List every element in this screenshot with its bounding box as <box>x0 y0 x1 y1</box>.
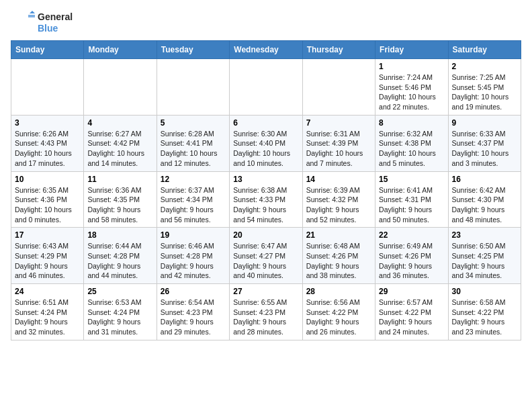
header-cell-tuesday: Tuesday <box>157 41 229 59</box>
week-row-4: 17Sunrise: 6:43 AM Sunset: 4:29 PM Dayli… <box>11 228 521 284</box>
day-cell <box>11 59 84 116</box>
day-number: 30 <box>452 287 517 296</box>
day-cell: 6Sunrise: 6:30 AM Sunset: 4:40 PM Daylig… <box>230 115 302 171</box>
day-number: 19 <box>161 230 226 240</box>
day-number: 1 <box>379 62 444 71</box>
day-number: 25 <box>87 287 152 296</box>
day-cell: 5Sunrise: 6:28 AM Sunset: 4:41 PM Daylig… <box>157 115 229 171</box>
week-row-1: 1Sunrise: 7:24 AM Sunset: 5:46 PM Daylig… <box>11 59 521 116</box>
header-row: SundayMondayTuesdayWednesdayThursdayFrid… <box>11 41 521 59</box>
day-info: Sunrise: 6:58 AM Sunset: 4:22 PM Dayligh… <box>452 298 517 337</box>
logo: General Blue <box>11 11 73 35</box>
day-cell: 26Sunrise: 6:54 AM Sunset: 4:23 PM Dayli… <box>157 284 229 340</box>
day-cell: 4Sunrise: 6:27 AM Sunset: 4:42 PM Daylig… <box>84 115 157 171</box>
week-row-2: 3Sunrise: 6:26 AM Sunset: 4:43 PM Daylig… <box>11 115 521 171</box>
day-number: 8 <box>379 118 444 128</box>
day-cell: 7Sunrise: 6:31 AM Sunset: 4:39 PM Daylig… <box>302 115 375 171</box>
day-info: Sunrise: 6:31 AM Sunset: 4:39 PM Dayligh… <box>306 129 371 169</box>
week-row-5: 24Sunrise: 6:51 AM Sunset: 4:24 PM Dayli… <box>11 284 521 340</box>
day-cell: 9Sunrise: 6:33 AM Sunset: 4:37 PM Daylig… <box>448 115 521 171</box>
day-cell: 28Sunrise: 6:56 AM Sunset: 4:22 PM Dayli… <box>302 284 375 340</box>
day-number: 4 <box>87 118 152 128</box>
week-row-3: 10Sunrise: 6:35 AM Sunset: 4:36 PM Dayli… <box>11 171 521 228</box>
day-info: Sunrise: 6:27 AM Sunset: 4:42 PM Dayligh… <box>87 129 152 169</box>
day-cell: 16Sunrise: 6:42 AM Sunset: 4:30 PM Dayli… <box>448 171 521 228</box>
day-number: 22 <box>379 230 444 240</box>
header-cell-thursday: Thursday <box>302 41 375 59</box>
day-info: Sunrise: 6:55 AM Sunset: 4:23 PM Dayligh… <box>233 298 298 337</box>
day-number: 16 <box>452 175 517 184</box>
logo-line1: General <box>38 11 73 23</box>
header-cell-saturday: Saturday <box>448 41 521 59</box>
day-info: Sunrise: 6:56 AM Sunset: 4:22 PM Dayligh… <box>306 298 371 337</box>
day-info: Sunrise: 6:54 AM Sunset: 4:23 PM Dayligh… <box>161 298 226 337</box>
day-number: 2 <box>452 62 517 71</box>
logo-line2: Blue <box>38 23 73 34</box>
header-cell-wednesday: Wednesday <box>230 41 302 59</box>
day-number: 24 <box>15 287 80 296</box>
day-cell: 27Sunrise: 6:55 AM Sunset: 4:23 PM Dayli… <box>230 284 302 340</box>
day-info: Sunrise: 6:43 AM Sunset: 4:29 PM Dayligh… <box>15 241 80 281</box>
day-number: 10 <box>15 175 80 184</box>
day-number: 13 <box>233 175 298 184</box>
day-number: 17 <box>15 230 80 240</box>
header-cell-friday: Friday <box>375 41 448 59</box>
calendar-table: SundayMondayTuesdayWednesdayThursdayFrid… <box>11 40 521 340</box>
day-cell <box>157 59 229 116</box>
day-number: 7 <box>306 118 371 128</box>
day-number: 12 <box>161 175 226 184</box>
day-cell: 19Sunrise: 6:46 AM Sunset: 4:28 PM Dayli… <box>157 228 229 284</box>
day-info: Sunrise: 6:48 AM Sunset: 4:26 PM Dayligh… <box>306 241 371 281</box>
day-cell: 20Sunrise: 6:47 AM Sunset: 4:27 PM Dayli… <box>230 228 302 284</box>
day-number: 27 <box>233 287 298 296</box>
day-cell: 29Sunrise: 6:57 AM Sunset: 4:22 PM Dayli… <box>375 284 448 340</box>
header: General Blue <box>11 11 521 35</box>
day-info: Sunrise: 6:26 AM Sunset: 4:43 PM Dayligh… <box>15 129 80 169</box>
calendar-body: 1Sunrise: 7:24 AM Sunset: 5:46 PM Daylig… <box>11 59 521 340</box>
day-info: Sunrise: 6:32 AM Sunset: 4:38 PM Dayligh… <box>379 129 444 169</box>
day-info: Sunrise: 6:35 AM Sunset: 4:36 PM Dayligh… <box>15 185 80 225</box>
day-number: 20 <box>233 230 298 240</box>
day-cell <box>230 59 302 116</box>
day-info: Sunrise: 6:41 AM Sunset: 4:31 PM Dayligh… <box>379 185 444 225</box>
day-info: Sunrise: 6:28 AM Sunset: 4:41 PM Dayligh… <box>161 129 226 169</box>
day-number: 28 <box>306 287 371 296</box>
day-info: Sunrise: 6:38 AM Sunset: 4:33 PM Dayligh… <box>233 185 298 225</box>
day-info: Sunrise: 7:25 AM Sunset: 5:45 PM Dayligh… <box>452 73 517 112</box>
day-cell: 23Sunrise: 6:50 AM Sunset: 4:25 PM Dayli… <box>448 228 521 284</box>
day-info: Sunrise: 6:44 AM Sunset: 4:28 PM Dayligh… <box>87 241 152 281</box>
day-cell <box>84 59 157 116</box>
calendar-header: SundayMondayTuesdayWednesdayThursdayFrid… <box>11 41 521 59</box>
day-info: Sunrise: 6:37 AM Sunset: 4:34 PM Dayligh… <box>161 185 226 225</box>
day-cell: 24Sunrise: 6:51 AM Sunset: 4:24 PM Dayli… <box>11 284 84 340</box>
day-cell: 8Sunrise: 6:32 AM Sunset: 4:38 PM Daylig… <box>375 115 448 171</box>
day-info: Sunrise: 6:53 AM Sunset: 4:24 PM Dayligh… <box>87 298 152 337</box>
day-number: 29 <box>379 287 444 296</box>
day-info: Sunrise: 6:49 AM Sunset: 4:26 PM Dayligh… <box>379 241 444 281</box>
day-info: Sunrise: 6:47 AM Sunset: 4:27 PM Dayligh… <box>233 241 298 281</box>
day-info: Sunrise: 6:46 AM Sunset: 4:28 PM Dayligh… <box>161 241 226 281</box>
day-info: Sunrise: 6:57 AM Sunset: 4:22 PM Dayligh… <box>379 298 444 337</box>
day-number: 9 <box>452 118 517 128</box>
day-cell: 13Sunrise: 6:38 AM Sunset: 4:33 PM Dayli… <box>230 171 302 228</box>
day-cell: 25Sunrise: 6:53 AM Sunset: 4:24 PM Dayli… <box>84 284 157 340</box>
logo-svg <box>11 11 35 35</box>
day-number: 18 <box>87 230 152 240</box>
day-cell: 1Sunrise: 7:24 AM Sunset: 5:46 PM Daylig… <box>375 59 448 116</box>
day-number: 6 <box>233 118 298 128</box>
day-number: 21 <box>306 230 371 240</box>
day-cell: 21Sunrise: 6:48 AM Sunset: 4:26 PM Dayli… <box>302 228 375 284</box>
day-cell: 2Sunrise: 7:25 AM Sunset: 5:45 PM Daylig… <box>448 59 521 116</box>
svg-rect-0 <box>11 11 35 35</box>
day-number: 5 <box>161 118 226 128</box>
day-info: Sunrise: 6:36 AM Sunset: 4:35 PM Dayligh… <box>87 185 152 225</box>
day-info: Sunrise: 6:39 AM Sunset: 4:32 PM Dayligh… <box>306 185 371 225</box>
day-info: Sunrise: 6:33 AM Sunset: 4:37 PM Dayligh… <box>452 129 517 169</box>
day-info: Sunrise: 6:51 AM Sunset: 4:24 PM Dayligh… <box>15 298 80 337</box>
day-cell: 15Sunrise: 6:41 AM Sunset: 4:31 PM Dayli… <box>375 171 448 228</box>
day-cell: 11Sunrise: 6:36 AM Sunset: 4:35 PM Dayli… <box>84 171 157 228</box>
day-cell: 30Sunrise: 6:58 AM Sunset: 4:22 PM Dayli… <box>448 284 521 340</box>
day-info: Sunrise: 7:24 AM Sunset: 5:46 PM Dayligh… <box>379 73 444 112</box>
day-cell: 18Sunrise: 6:44 AM Sunset: 4:28 PM Dayli… <box>84 228 157 284</box>
day-info: Sunrise: 6:50 AM Sunset: 4:25 PM Dayligh… <box>452 241 517 281</box>
